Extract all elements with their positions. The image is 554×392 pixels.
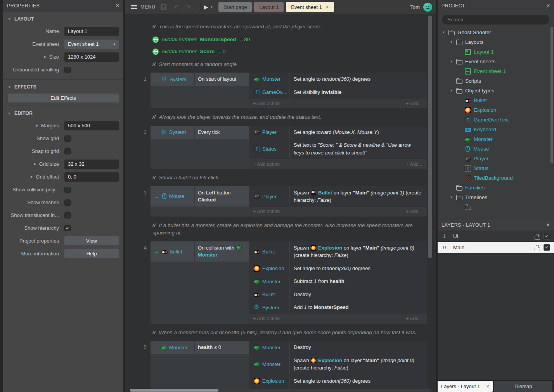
show-translucent-checkbox[interactable] — [64, 212, 71, 219]
condition[interactable]: Monster health ≤ 0 — [151, 341, 249, 354]
play-icon[interactable]: ▶ — [204, 4, 208, 10]
comment[interactable]: //Always look the player towards the mou… — [152, 113, 418, 121]
action[interactable]: Player Set angle toward (Mouse.X, Mouse.… — [249, 126, 427, 139]
add-more-button[interactable]: + Add... — [406, 209, 422, 214]
tree-item-bullet[interactable]: Bullet — [438, 95, 554, 105]
user-avatar[interactable] — [423, 3, 432, 12]
add-action-button[interactable]: + Add action — [253, 209, 280, 214]
action[interactable]: GameOv... Set visibility Invisible — [249, 86, 427, 99]
show-hierarchy-checkbox[interactable]: ✓ — [64, 225, 71, 231]
redo-dropdown-icon[interactable]: ▼ — [192, 7, 194, 10]
tree-item-tiledbackground[interactable]: TiledBackground — [438, 173, 554, 183]
undo-icon[interactable]: ↶ — [174, 4, 179, 10]
project-scrollbar[interactable] — [551, 27, 553, 163]
tree-item-mouse[interactable]: Mouse — [438, 144, 554, 154]
grid-size-input[interactable]: 32 x 32 — [64, 160, 119, 169]
search-input[interactable] — [442, 15, 549, 24]
comment[interactable]: //Start monsters at a random angle. — [152, 61, 418, 68]
tree-item-status[interactable]: Status — [438, 163, 554, 173]
user-name[interactable]: Tom — [410, 4, 420, 10]
section-effects[interactable]: ▼ EFFECTS — [3, 80, 123, 93]
comment[interactable]: //This is the speed new monsters are spa… — [152, 23, 418, 31]
action[interactable]: Explosion Set angle to random(360) degre… — [249, 375, 427, 388]
event-number[interactable]: 4 — [140, 241, 151, 324]
add-action-button[interactable]: + Add action — [253, 316, 280, 321]
margins-input[interactable]: 500 x 500 — [64, 121, 119, 130]
expand-icon[interactable]: ▶ — [31, 175, 33, 179]
tab-layout-1[interactable]: Layout 1 — [254, 2, 284, 12]
tree-item-scripts[interactable]: Scripts — [438, 76, 554, 86]
tab-layers-layout-1[interactable]: Layers - Layout 1 × — [438, 381, 493, 392]
condition[interactable]: System Every tick — [151, 126, 249, 139]
lock-icon[interactable] — [534, 233, 540, 239]
event-number[interactable]: 2 — [140, 126, 151, 169]
play-dropdown-icon[interactable]: ▼ — [210, 5, 213, 9]
add-more-button[interactable]: + Add... — [406, 316, 422, 321]
action[interactable]: Bullet Destroy — [249, 288, 427, 301]
condition[interactable]: → Bullet On collision with Monster — [151, 241, 249, 262]
tree-item-gameovertext[interactable]: GameOverText — [438, 115, 554, 125]
expand-icon[interactable]: ▶ — [34, 162, 36, 166]
close-icon[interactable]: × — [546, 3, 550, 9]
tree-item-player[interactable]: Player — [438, 154, 554, 163]
close-icon[interactable]: × — [326, 4, 329, 10]
unbounded-scrolling-checkbox[interactable] — [64, 67, 71, 73]
tree-item-families[interactable]: Families — [438, 183, 554, 193]
tree-item-event-sheet-1[interactable]: Event sheet 1 — [438, 66, 554, 76]
tree-item-timelines[interactable]: ▼ Timelines — [438, 193, 554, 202]
add-action-button[interactable]: + Add action — [253, 101, 280, 106]
comment[interactable]: //When a monster runs out of health (5 h… — [152, 329, 418, 336]
tab-start-page[interactable]: Start page — [218, 2, 252, 12]
close-icon[interactable]: × — [486, 383, 489, 389]
action[interactable]: Monster Set angle to random(360) degrees — [249, 73, 427, 86]
global-variable-score[interactable]: Global number Score = 0 — [152, 49, 436, 55]
section-layout[interactable]: ▼ LAYOUT — [3, 12, 123, 25]
horizontal-scrollbar-thumb[interactable] — [130, 389, 218, 392]
tree-item-keyboard[interactable]: Keyboard — [438, 125, 554, 134]
expand-icon[interactable]: ▶ — [36, 124, 38, 127]
action[interactable]: Explosion Set angle to random(360) degre… — [249, 262, 427, 275]
size-input[interactable]: 1280 x 1024 — [64, 52, 119, 62]
add-more-button[interactable]: + Add... — [406, 161, 422, 167]
comment[interactable]: //Shoot a bullet on left click. — [152, 174, 418, 182]
event-number[interactable]: 3 — [140, 186, 151, 217]
close-icon[interactable]: × — [116, 3, 119, 9]
snap-to-grid-checkbox[interactable] — [64, 148, 71, 154]
event-sheet-select[interactable]: Event sheet 1 ▾ — [64, 40, 119, 49]
tree-item-event-sheets[interactable]: ▼ Event sheets — [438, 57, 554, 66]
tree-item-object-types[interactable]: ▼ Object types — [438, 86, 554, 95]
show-grid-checkbox[interactable] — [64, 135, 71, 142]
action[interactable]: Bullet Spawn Explosion on layer "Main" (… — [249, 241, 427, 262]
tree-item-monster[interactable]: Monster — [438, 134, 554, 144]
vertical-scrollbar[interactable] — [428, 16, 432, 258]
section-editor[interactable]: ▼ EDITOR — [3, 106, 123, 119]
menu-button[interactable]: MENU — [140, 4, 155, 10]
lock-icon[interactable] — [534, 245, 540, 251]
collapse-icon[interactable]: ▼ — [8, 112, 11, 115]
grid-offset-input[interactable]: 0, 0 — [64, 172, 119, 182]
layer-row-ui[interactable]: 1 UI ✓ — [438, 231, 554, 242]
collapse-icon[interactable]: ▼ — [449, 60, 454, 63]
collapse-icon[interactable]: ▼ — [449, 40, 454, 44]
layer-row-main[interactable]: 0 Main ✓ — [438, 242, 554, 253]
action[interactable]: System Add 1 to MonsterSpeed — [249, 301, 427, 314]
action[interactable]: Player Spawn Bullet on layer "Main" (ima… — [249, 186, 427, 207]
action[interactable]: Monster Spawn Explosion on layer "Main" … — [249, 354, 427, 375]
tree-item-layout-1[interactable]: Layout 1 — [438, 47, 554, 57]
add-more-button[interactable]: + Add... — [406, 101, 422, 106]
event-number[interactable]: 5 — [140, 341, 151, 392]
tab-tilemap[interactable]: Tilemap — [494, 381, 552, 392]
collapse-icon[interactable]: ▼ — [449, 89, 454, 92]
redo-icon[interactable]: ↷ — [185, 4, 191, 10]
save-icon[interactable] — [161, 4, 166, 10]
tab-event-sheet-1[interactable]: Event sheet 1 × — [286, 2, 334, 12]
expand-icon[interactable]: ▶ — [44, 55, 47, 59]
tree-item-partial[interactable] — [438, 202, 554, 212]
tree-item-ghost-shooter[interactable]: ▼ Ghost Shooter — [438, 28, 554, 37]
layer-visibility-checkbox[interactable]: ✓ — [544, 233, 550, 239]
hamburger-menu-icon[interactable] — [131, 5, 137, 9]
comment[interactable]: //If a bullet hits a monster, create an … — [152, 222, 418, 237]
condition[interactable]: → System On start of layout — [151, 73, 249, 86]
collapse-icon[interactable]: ▼ — [441, 31, 446, 34]
collapse-icon[interactable]: ▼ — [8, 85, 11, 89]
